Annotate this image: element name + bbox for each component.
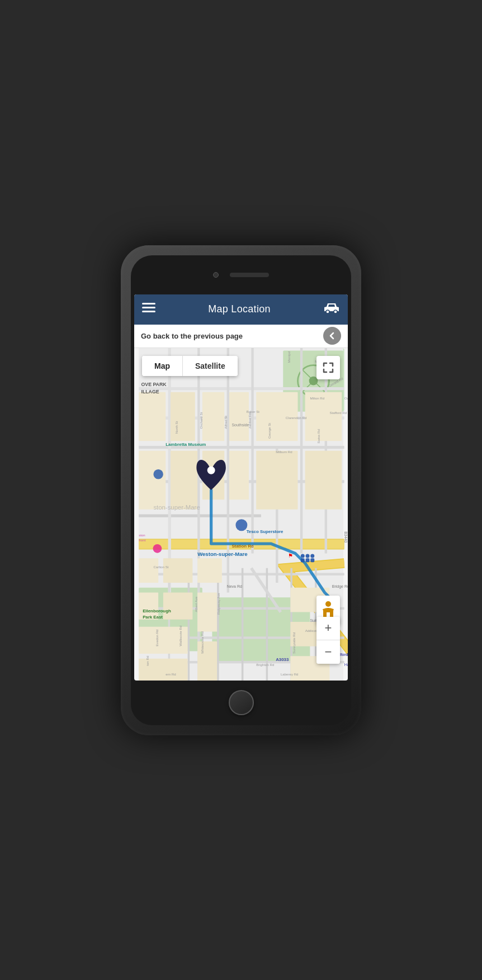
svg-rect-115 <box>301 558 305 562</box>
zoom-out-button[interactable]: − <box>316 640 340 664</box>
svg-rect-60 <box>163 558 193 583</box>
phone-speaker <box>230 273 269 277</box>
svg-text:Ellenborough: Ellenborough <box>143 608 171 613</box>
svg-text:Oakford Ave: Oakford Ave <box>344 396 348 399</box>
satellite-button[interactable]: Satellite <box>183 356 238 376</box>
svg-point-112 <box>235 519 247 531</box>
svg-rect-117 <box>306 558 310 562</box>
svg-text:George St: George St <box>267 422 271 438</box>
svg-text:Clarendon Rd: Clarendon Rd <box>286 415 307 419</box>
map-view-toggle[interactable]: Map Satellite <box>142 356 238 376</box>
svg-point-118 <box>310 554 314 558</box>
svg-text:Alfred St: Alfred St <box>224 415 228 429</box>
svg-point-113 <box>207 466 215 474</box>
svg-text:Carlton St: Carlton St <box>153 564 168 568</box>
svg-text:Bridge Rd: Bridge Rd <box>332 584 348 588</box>
svg-text:front: front <box>139 537 146 541</box>
svg-text:Evedon Rd: Evedon Rd <box>155 629 159 646</box>
svg-text:Swiss Rd: Swiss Rd <box>316 429 320 443</box>
svg-rect-66 <box>197 592 217 631</box>
svg-point-114 <box>301 554 305 558</box>
svg-point-136 <box>325 601 331 607</box>
map-button[interactable]: Map <box>142 356 182 376</box>
svg-text:ern Rd: ern Rd <box>166 672 176 676</box>
svg-rect-59 <box>139 558 158 583</box>
svg-text:Stafford Rd: Stafford Rd <box>329 411 347 415</box>
back-bar: Go back to the previous page <box>134 325 348 348</box>
svg-rect-51 <box>202 392 224 441</box>
svg-rect-49 <box>139 450 166 509</box>
svg-rect-42 <box>217 568 219 680</box>
svg-rect-47 <box>139 392 166 441</box>
fullscreen-button[interactable] <box>316 356 340 379</box>
svg-text:Milton Rd: Milton Rd <box>310 396 324 399</box>
phone-screen: Map Location Go back to the previous pag… <box>134 294 348 681</box>
svg-text:Albert Ave: Albert Ave <box>194 596 198 612</box>
svg-text:ton Rd: ton Rd <box>145 655 149 665</box>
back-text: Go back to the previous page <box>141 332 243 340</box>
svg-text:Tesco Superstore: Tesco Superstore <box>247 529 283 534</box>
svg-text:ston-super-Mare: ston-super-Mare <box>153 503 200 510</box>
svg-text:A3033: A3033 <box>276 657 289 662</box>
svg-rect-38 <box>300 348 303 554</box>
svg-rect-36 <box>251 348 253 554</box>
svg-text:Jubilee Rd: Jubilee Rd <box>248 412 252 429</box>
menu-icon[interactable] <box>142 303 155 316</box>
svg-point-116 <box>306 554 310 558</box>
map-container[interactable]: OVE PARK ILLAGE Lambretta Museum Tesco S… <box>134 348 348 681</box>
map-svg: OVE PARK ILLAGE Lambretta Museum Tesco S… <box>134 348 348 681</box>
svg-text:Neva Rd: Neva Rd <box>227 584 242 588</box>
svg-text:Brighton Rd: Brighton Rd <box>256 662 274 666</box>
svg-rect-61 <box>197 558 222 583</box>
svg-text:Ridgeway Ave: Ridgeway Ave <box>216 592 220 614</box>
svg-rect-41 <box>188 568 190 680</box>
zoom-in-button[interactable]: + <box>316 617 340 640</box>
svg-text:Baker St: Baker St <box>247 409 260 413</box>
svg-text:Walliscote Rd: Walliscote Rd <box>178 625 182 646</box>
svg-text:Hans Price Aca: Hans Price Aca <box>344 662 348 666</box>
svg-text:Lambretta Museum: Lambretta Museum <box>166 442 206 447</box>
svg-text:Orchard St: Orchard St <box>199 412 203 429</box>
phone-device: Map Location Go back to the previous pag… <box>121 245 361 735</box>
phone-inner: Map Location Go back to the previous pag… <box>131 255 351 725</box>
svg-rect-1 <box>142 307 155 308</box>
svg-rect-53 <box>229 392 249 441</box>
fullscreen-icon <box>323 362 334 373</box>
phone-top-bar <box>131 255 351 294</box>
phone-bottom <box>131 681 351 725</box>
svg-point-111 <box>153 469 163 479</box>
svg-text:Milburn Rd: Milburn Rd <box>276 450 292 454</box>
back-button[interactable] <box>323 327 341 345</box>
svg-rect-2 <box>142 311 155 312</box>
zoom-controls[interactable]: + − <box>316 617 340 664</box>
page-title: Map Location <box>208 303 271 315</box>
svg-text:Station Rd: Station Rd <box>231 544 253 549</box>
svg-text:ston: ston <box>139 532 145 536</box>
svg-text:Southside: Southside <box>231 423 249 427</box>
svg-rect-58 <box>305 450 342 509</box>
svg-text:B3440: B3440 <box>344 531 348 543</box>
svg-rect-63 <box>163 592 193 619</box>
svg-point-4 <box>334 310 337 313</box>
svg-text:⚑: ⚑ <box>288 552 293 558</box>
svg-rect-54 <box>229 450 249 499</box>
svg-text:North St: North St <box>174 421 178 434</box>
svg-text:Sunnyside Rd: Sunnyside Rd <box>292 632 296 653</box>
phone-camera <box>213 272 219 278</box>
car-icon <box>323 301 340 318</box>
app-header: Map Location <box>134 294 348 325</box>
svg-point-110 <box>153 544 162 553</box>
svg-text:Montpd: Montpd <box>287 351 291 362</box>
svg-point-3 <box>326 310 329 313</box>
svg-text:ILLAGE: ILLAGE <box>141 388 159 394</box>
home-button[interactable] <box>229 690 254 715</box>
svg-text:Park East: Park East <box>143 614 163 619</box>
svg-text:OVE PARK: OVE PARK <box>141 382 167 387</box>
svg-rect-119 <box>310 558 314 562</box>
svg-rect-0 <box>142 303 155 305</box>
svg-rect-50 <box>171 450 197 509</box>
svg-text:Whitecross Rd: Whitecross Rd <box>200 631 204 654</box>
svg-text:Weston-super-Mare: Weston-super-Mare <box>197 550 248 556</box>
svg-text:Laberey Rd: Laberey Rd <box>281 672 299 676</box>
svg-rect-56 <box>256 450 297 509</box>
